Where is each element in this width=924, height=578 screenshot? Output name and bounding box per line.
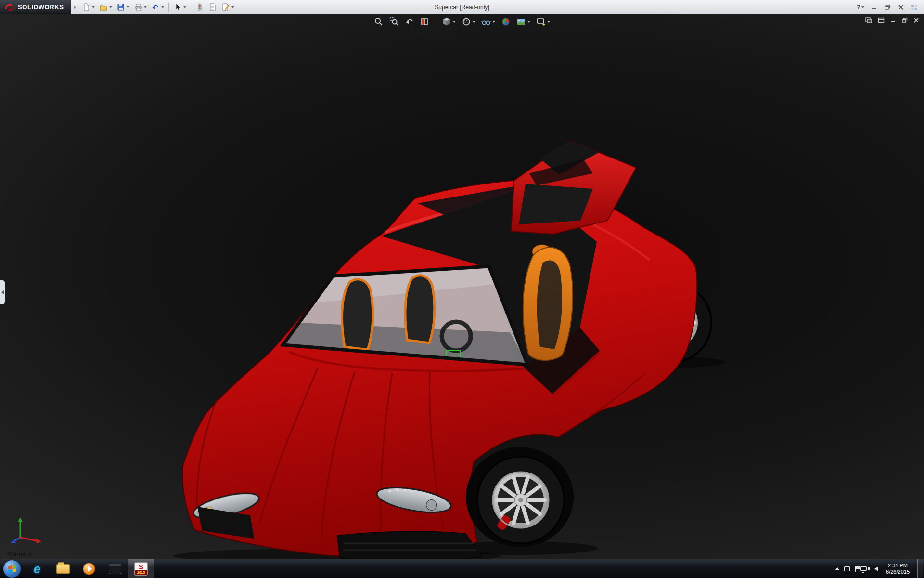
- window-pane-icon[interactable]: [878, 17, 885, 23]
- help-button[interactable]: ?: [855, 2, 866, 12]
- quick-access-toolbar: [80, 1, 236, 13]
- zoom-to-area-button[interactable]: [388, 16, 400, 27]
- hide-show-items-button[interactable]: [480, 16, 496, 27]
- display-style-button[interactable]: [461, 16, 476, 27]
- edit-appearance-ball-icon: [501, 17, 511, 26]
- previous-view-icon: [405, 17, 414, 26]
- undo-arrow-icon: [151, 3, 160, 12]
- application-titlebar: SOLIDWORKS: [0, 0, 924, 14]
- taskbar-item-command-window[interactable]: [102, 559, 128, 578]
- featuremanager-flyout-tab[interactable]: [0, 280, 5, 304]
- view-settings-button[interactable]: [535, 16, 551, 27]
- zoom-to-area-icon: [389, 17, 399, 26]
- doc-minimize-icon[interactable]: [890, 18, 896, 23]
- action-center-flag-icon[interactable]: [855, 566, 856, 572]
- rebuild-traffic-light-icon: [195, 3, 204, 12]
- save-floppy-icon: [116, 3, 125, 12]
- tray-app-icon[interactable]: [844, 566, 850, 571]
- solidworks-logo: SOLIDWORKS: [0, 0, 71, 14]
- system-tray: 2:31 PM 6/26/2015: [835, 559, 924, 578]
- section-view-button[interactable]: [419, 16, 431, 27]
- solidworks-app-icon: S 2015: [134, 562, 148, 576]
- media-player-icon: [83, 563, 95, 575]
- minimize-icon: [871, 5, 877, 10]
- options-button[interactable]: [219, 1, 236, 13]
- file-properties-icon: [208, 3, 217, 12]
- taskbar-clock[interactable]: 2:31 PM 6/26/2015: [886, 563, 910, 575]
- clock-time: 2:31 PM: [886, 563, 910, 569]
- hud-separator: [436, 18, 436, 26]
- open-folder-icon: [99, 3, 108, 12]
- rebuild-button[interactable]: [193, 1, 206, 13]
- close-button[interactable]: [895, 2, 907, 12]
- solidworks-logo-icon: [5, 3, 14, 11]
- section-view-icon: [420, 17, 430, 26]
- menu-expand-icon[interactable]: [74, 5, 76, 9]
- windows-taskbar: e S 2015 2:31 PM 6/26/2015: [0, 559, 924, 578]
- minimize-button[interactable]: [868, 2, 880, 12]
- restore-icon: [885, 5, 890, 10]
- front-wheel[interactable]: [466, 447, 574, 547]
- show-hidden-icons-button[interactable]: [835, 567, 839, 570]
- command-window-icon: [109, 564, 121, 574]
- previous-view-button[interactable]: [404, 16, 415, 27]
- save-button[interactable]: [115, 1, 131, 13]
- display-style-icon: [462, 17, 471, 26]
- orientation-triad[interactable]: [8, 513, 46, 544]
- apply-scene-button[interactable]: [515, 16, 531, 27]
- taskbar-item-solidworks[interactable]: S 2015: [128, 559, 154, 578]
- taskbar-item-media-player[interactable]: [76, 559, 102, 578]
- print-icon: [134, 3, 142, 12]
- view-orientation-cube-icon: [442, 17, 451, 26]
- new-document-button[interactable]: [80, 1, 97, 13]
- undo-button[interactable]: [149, 1, 166, 13]
- previous-window-icon[interactable]: [865, 17, 872, 23]
- document-window-controls: [865, 17, 919, 23]
- car-model-render[interactable]: [0, 14, 924, 559]
- doc-restore-icon[interactable]: [902, 18, 908, 23]
- start-button[interactable]: [3, 560, 21, 578]
- show-desktop-button[interactable]: [917, 559, 923, 578]
- toolbar-separator: [168, 3, 169, 12]
- view-orientation-label: *Dimetric: [7, 551, 32, 558]
- passenger-seat: [523, 245, 573, 360]
- internet-explorer-icon: e: [34, 563, 40, 575]
- window-controls: ?: [855, 2, 924, 12]
- flyout-arrow-icon: [1, 290, 4, 294]
- taskbar-item-internet-explorer[interactable]: e: [24, 559, 50, 578]
- heads-up-view-toolbar: [373, 16, 551, 27]
- solidworks-year-badge: 2015: [135, 570, 147, 575]
- task-pane-icon: [911, 4, 918, 10]
- graphics-viewport[interactable]: *Dimetric: [0, 14, 924, 559]
- zoom-to-fit-button[interactable]: [373, 16, 385, 27]
- doc-close-icon[interactable]: [913, 18, 919, 23]
- hide-show-glasses-icon: [481, 17, 491, 26]
- close-icon: [898, 5, 904, 10]
- windows-logo-icon: [8, 565, 16, 572]
- view-orientation-button[interactable]: [441, 16, 457, 27]
- task-pane-toggle[interactable]: [909, 2, 920, 12]
- new-document-icon: [82, 3, 90, 12]
- restore-button[interactable]: [882, 2, 893, 12]
- file-properties-button[interactable]: [206, 1, 219, 13]
- volume-icon[interactable]: [874, 566, 878, 571]
- open-document-button[interactable]: [97, 1, 114, 13]
- apply-scene-icon: [516, 17, 526, 26]
- brand-text: SOLIDWORKS: [18, 3, 64, 11]
- taskbar-item-file-explorer[interactable]: [50, 559, 76, 578]
- options-sheet-pencil-icon: [221, 3, 230, 12]
- network-icon[interactable]: [860, 566, 867, 571]
- select-cursor-icon: [173, 3, 182, 12]
- print-button[interactable]: [132, 1, 149, 13]
- zoom-to-fit-icon: [374, 17, 384, 26]
- view-settings-icon: [536, 17, 546, 26]
- help-glyph: ?: [857, 4, 860, 11]
- edit-appearance-button[interactable]: [500, 16, 512, 27]
- select-tool-button[interactable]: [171, 1, 188, 13]
- toolbar-separator: [191, 3, 191, 12]
- folder-icon: [56, 564, 70, 574]
- clock-date: 6/26/2015: [886, 569, 910, 575]
- window-title: Supercar [Read-only]: [435, 0, 489, 14]
